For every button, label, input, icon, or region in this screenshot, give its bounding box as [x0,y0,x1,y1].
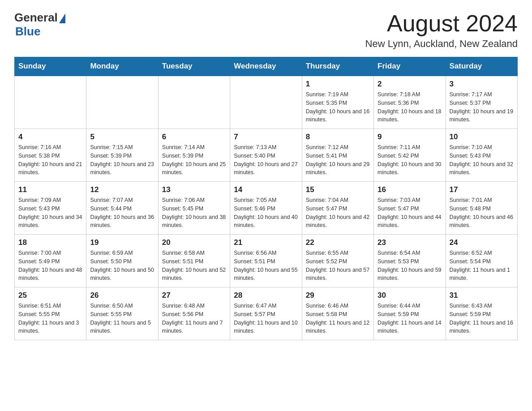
day-info: Sunrise: 7:07 AMSunset: 5:44 PMDaylight:… [90,196,154,230]
day-info: Sunrise: 6:56 AMSunset: 5:51 PMDaylight:… [234,249,298,283]
day-number: 27 [162,291,226,300]
calendar-cell: 10Sunrise: 7:10 AMSunset: 5:43 PMDayligh… [446,129,517,182]
day-info: Sunrise: 7:14 AMSunset: 5:39 PMDaylight:… [162,143,226,177]
page-header: General Blue August 2024 New Lynn, Auckl… [14,11,518,50]
calendar-cell: 18Sunrise: 7:00 AMSunset: 5:49 PMDayligh… [15,235,86,287]
calendar-cell: 27Sunrise: 6:48 AMSunset: 5:56 PMDayligh… [158,287,230,340]
calendar-header-row: SundayMondayTuesdayWednesdayThursdayFrid… [15,57,518,76]
calendar-cell [86,76,158,129]
calendar-cell: 19Sunrise: 6:59 AMSunset: 5:50 PMDayligh… [86,235,158,287]
day-number: 1 [306,80,370,89]
title-section: August 2024 New Lynn, Auckland, New Zeal… [365,11,518,50]
day-info: Sunrise: 6:58 AMSunset: 5:51 PMDaylight:… [162,249,226,283]
day-number: 13 [162,185,226,194]
day-info: Sunrise: 6:44 AMSunset: 5:59 PMDaylight:… [378,302,442,335]
calendar-cell: 11Sunrise: 7:09 AMSunset: 5:43 PMDayligh… [15,182,86,235]
day-info: Sunrise: 7:09 AMSunset: 5:43 PMDaylight:… [18,196,82,230]
day-info: Sunrise: 6:48 AMSunset: 5:56 PMDaylight:… [162,302,226,335]
day-info: Sunrise: 6:47 AMSunset: 5:57 PMDaylight:… [234,302,298,335]
calendar-week-row: 25Sunrise: 6:51 AMSunset: 5:55 PMDayligh… [15,287,518,340]
day-number: 21 [234,238,298,247]
day-number: 16 [378,185,442,194]
calendar-cell: 3Sunrise: 7:17 AMSunset: 5:37 PMDaylight… [446,76,517,129]
day-number: 24 [450,238,514,247]
day-info: Sunrise: 6:55 AMSunset: 5:52 PMDaylight:… [306,249,370,283]
day-info: Sunrise: 7:00 AMSunset: 5:49 PMDaylight:… [18,249,82,283]
day-number: 4 [18,133,82,141]
calendar-cell: 4Sunrise: 7:16 AMSunset: 5:38 PMDaylight… [15,129,86,182]
calendar-cell [158,76,230,129]
day-info: Sunrise: 7:19 AMSunset: 5:35 PMDaylight:… [306,90,370,124]
day-info: Sunrise: 7:03 AMSunset: 5:47 PMDaylight:… [378,196,442,230]
logo-blue-text: Blue [15,25,40,39]
day-number: 19 [90,238,154,247]
calendar-cell: 2Sunrise: 7:18 AMSunset: 5:36 PMDaylight… [374,76,446,129]
calendar-cell: 15Sunrise: 7:04 AMSunset: 5:47 PMDayligh… [302,182,373,235]
calendar-table: SundayMondayTuesdayWednesdayThursdayFrid… [14,57,518,340]
day-info: Sunrise: 7:11 AMSunset: 5:42 PMDaylight:… [378,143,442,177]
logo-triangle-icon [59,13,65,23]
day-info: Sunrise: 7:01 AMSunset: 5:48 PMDaylight:… [450,196,514,230]
calendar-cell: 14Sunrise: 7:05 AMSunset: 5:46 PMDayligh… [230,182,302,235]
calendar-cell: 31Sunrise: 6:43 AMSunset: 5:59 PMDayligh… [446,287,517,340]
day-info: Sunrise: 7:17 AMSunset: 5:37 PMDaylight:… [450,90,514,124]
day-number: 9 [378,133,442,141]
day-info: Sunrise: 6:59 AMSunset: 5:50 PMDaylight:… [90,249,154,283]
day-header-wednesday: Wednesday [230,57,302,76]
day-header-thursday: Thursday [302,57,373,76]
day-number: 3 [450,80,514,89]
day-info: Sunrise: 7:06 AMSunset: 5:45 PMDaylight:… [162,196,226,230]
calendar-cell: 8Sunrise: 7:12 AMSunset: 5:41 PMDaylight… [302,129,373,182]
calendar-cell: 6Sunrise: 7:14 AMSunset: 5:39 PMDaylight… [158,129,230,182]
day-info: Sunrise: 7:15 AMSunset: 5:39 PMDaylight:… [90,143,154,177]
day-number: 20 [162,238,226,247]
calendar-cell: 22Sunrise: 6:55 AMSunset: 5:52 PMDayligh… [302,235,373,287]
calendar-cell: 20Sunrise: 6:58 AMSunset: 5:51 PMDayligh… [158,235,230,287]
day-header-monday: Monday [86,57,158,76]
day-info: Sunrise: 6:50 AMSunset: 5:55 PMDaylight:… [90,302,154,335]
day-number: 6 [162,133,226,141]
day-number: 31 [450,291,514,300]
day-number: 18 [18,238,82,247]
calendar-cell: 1Sunrise: 7:19 AMSunset: 5:35 PMDaylight… [302,76,373,129]
calendar-cell: 29Sunrise: 6:46 AMSunset: 5:58 PMDayligh… [302,287,373,340]
calendar-cell: 26Sunrise: 6:50 AMSunset: 5:55 PMDayligh… [86,287,158,340]
calendar-cell: 30Sunrise: 6:44 AMSunset: 5:59 PMDayligh… [374,287,446,340]
calendar-cell: 28Sunrise: 6:47 AMSunset: 5:57 PMDayligh… [230,287,302,340]
day-info: Sunrise: 7:12 AMSunset: 5:41 PMDaylight:… [306,143,370,177]
day-info: Sunrise: 7:05 AMSunset: 5:46 PMDaylight:… [234,196,298,230]
day-number: 17 [450,185,514,194]
calendar-cell: 7Sunrise: 7:13 AMSunset: 5:40 PMDaylight… [230,129,302,182]
day-number: 8 [306,133,370,141]
day-info: Sunrise: 6:54 AMSunset: 5:53 PMDaylight:… [378,249,442,283]
day-info: Sunrise: 6:46 AMSunset: 5:58 PMDaylight:… [306,302,370,335]
calendar-cell [15,76,86,129]
calendar-cell: 13Sunrise: 7:06 AMSunset: 5:45 PMDayligh… [158,182,230,235]
day-number: 23 [378,238,442,247]
day-number: 5 [90,133,154,141]
day-info: Sunrise: 7:10 AMSunset: 5:43 PMDaylight:… [450,143,514,177]
day-info: Sunrise: 7:18 AMSunset: 5:36 PMDaylight:… [378,90,442,124]
calendar-cell: 25Sunrise: 6:51 AMSunset: 5:55 PMDayligh… [15,287,86,340]
day-header-saturday: Saturday [446,57,517,76]
day-info: Sunrise: 7:04 AMSunset: 5:47 PMDaylight:… [306,196,370,230]
calendar-cell: 5Sunrise: 7:15 AMSunset: 5:39 PMDaylight… [86,129,158,182]
calendar-week-row: 4Sunrise: 7:16 AMSunset: 5:38 PMDaylight… [15,129,518,182]
logo-general-text: General [14,11,58,25]
day-number: 22 [306,238,370,247]
day-number: 28 [234,291,298,300]
calendar-cell [230,76,302,129]
day-number: 14 [234,185,298,194]
calendar-cell: 9Sunrise: 7:11 AMSunset: 5:42 PMDaylight… [374,129,446,182]
day-number: 11 [18,185,82,194]
day-header-sunday: Sunday [15,57,86,76]
day-number: 2 [378,80,442,89]
day-header-tuesday: Tuesday [158,57,230,76]
day-info: Sunrise: 6:52 AMSunset: 5:54 PMDaylight:… [450,249,514,283]
day-number: 15 [306,185,370,194]
location-text: New Lynn, Auckland, New Zealand [365,38,518,50]
day-number: 26 [90,291,154,300]
day-info: Sunrise: 6:43 AMSunset: 5:59 PMDaylight:… [450,302,514,335]
day-number: 7 [234,133,298,141]
calendar-cell: 17Sunrise: 7:01 AMSunset: 5:48 PMDayligh… [446,182,517,235]
